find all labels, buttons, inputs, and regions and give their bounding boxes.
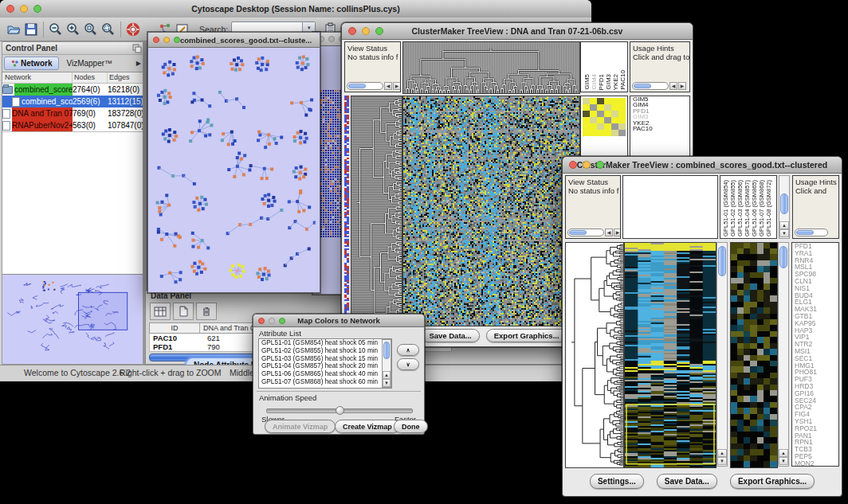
zoom-button[interactable] <box>375 27 383 35</box>
tv1-similarity-matrix[interactable] <box>583 98 626 136</box>
column-label[interactable]: GPL51-02 (GSM855) <box>730 180 736 236</box>
minimize-button[interactable] <box>163 37 170 43</box>
network-table-row[interactable]: DNA and Tran 07 769(0) 183728(0) <box>2 107 143 119</box>
tv1-selection-strip[interactable] <box>344 96 349 325</box>
treeview-action-button[interactable]: Save Data... <box>421 329 479 342</box>
scroll-up-icon[interactable]: ▲ <box>383 371 391 379</box>
attribute-item[interactable]: GPL51-01 (GSM854) heat shock 05 min <box>259 339 391 347</box>
zoom-button[interactable] <box>33 5 41 13</box>
create-vizmap-button[interactable]: Create Vizmap <box>335 420 400 433</box>
minimize-button[interactable] <box>583 161 591 169</box>
attribute-item[interactable]: GPL51-07 (GSM868) heat shock 60 min <box>259 378 391 386</box>
tv1-column-dendrogram[interactable] <box>402 41 580 94</box>
tv2-zoom-scrollbar[interactable]: ▲▼ <box>778 242 789 467</box>
scroll-right-icon[interactable]: ▶ <box>678 82 686 90</box>
zoom-button[interactable] <box>174 37 180 43</box>
animation-speed-slider[interactable] <box>266 408 413 413</box>
tv2-zoom-heatmap[interactable] <box>730 242 778 468</box>
scroll-left-icon[interactable]: ◀ <box>605 229 613 236</box>
hscrollbar[interactable] <box>632 82 669 90</box>
column-label[interactable]: GPL51-08 (GSM872) <box>766 180 772 236</box>
zoom-in-icon[interactable] <box>65 21 82 38</box>
attribute-listbox[interactable]: GPL51-01 (GSM854) heat shock 05 minGPL51… <box>258 338 392 389</box>
tv2-heatmap[interactable] <box>624 242 716 468</box>
scroll-up-icon[interactable]: ▲ <box>779 449 788 457</box>
slider-thumb[interactable] <box>336 406 344 415</box>
tab-network[interactable]: Network <box>4 57 59 70</box>
scroll-right-icon[interactable]: ▶ <box>614 229 621 236</box>
zoom-out-icon[interactable] <box>47 21 65 38</box>
column-label[interactable]: GPL51-07 (GSM868) <box>759 180 765 236</box>
treeview1-titlebar[interactable]: ClusterMaker TreeView : DNA and Tran 07-… <box>342 23 693 40</box>
done-button[interactable]: Done <box>394 420 428 433</box>
save-icon[interactable] <box>22 21 40 38</box>
scroll-up-icon[interactable]: ▲ <box>717 449 727 457</box>
listbox-scrollbar[interactable]: ▲▼ <box>382 339 391 388</box>
tab-overflow-arrow-icon[interactable]: ▶ <box>136 60 141 67</box>
attribute-item[interactable]: GPL51-02 (GSM855) heat shock 10 min <box>259 347 391 355</box>
scroll-down-icon[interactable]: ▼ <box>383 379 391 387</box>
hscrollbar[interactable] <box>347 82 383 90</box>
help-lifering-icon[interactable] <box>124 21 142 38</box>
vscroll-thumb[interactable] <box>779 246 787 268</box>
dialog-titlebar[interactable]: Map Colors to Network <box>253 315 424 327</box>
hscroll-thumb[interactable] <box>348 84 366 88</box>
network-table-row[interactable]: RNAPuberNov2+ 563(0) 107847(0) <box>2 119 143 131</box>
treeview-action-button[interactable]: Export Graphics... <box>486 329 567 342</box>
column-label[interactable]: GIM3 <box>606 74 612 90</box>
tv2-row-dendrogram[interactable] <box>565 242 624 468</box>
tv1-row-dendrogram[interactable] <box>351 96 402 326</box>
close-button[interactable] <box>153 37 159 43</box>
move-up-button[interactable]: ∧ <box>397 344 419 356</box>
column-label[interactable]: GPL51-04 (GSM857) <box>744 180 751 236</box>
attribute-item[interactable]: GPL51-06 (GSM865) heat shock 40 min <box>259 370 391 378</box>
zoom-fit-icon[interactable] <box>82 21 100 38</box>
column-label[interactable]: PFD1 <box>599 74 605 90</box>
column-label[interactable]: GPL51-06 (GSM865) <box>752 180 758 236</box>
network-table-row[interactable]: combined_scores 2764(0) 16218(0) <box>2 84 143 96</box>
network-table-row[interactable]: combined_sco 2569(6) 13112(15) <box>2 96 143 107</box>
scroll-down-icon[interactable]: ▼ <box>779 229 789 237</box>
minimize-button[interactable] <box>362 27 370 35</box>
row-label[interactable]: PAC10 <box>630 126 689 131</box>
new-attribute-icon[interactable] <box>173 303 194 320</box>
col-header-nodes[interactable]: Nodes <box>73 72 108 83</box>
zoom-button[interactable] <box>596 161 604 169</box>
attribute-item[interactable]: GPL51-03 (GSM856) heat shock 15 min <box>259 355 391 363</box>
main-titlebar[interactable]: Cytoscape Desktop (Session Name: collins… <box>0 0 591 18</box>
column-label[interactable]: PAC10 <box>620 70 626 90</box>
treeview-action-button[interactable]: Save Data... <box>657 474 717 489</box>
scroll-down-icon[interactable]: ▼ <box>779 457 788 465</box>
vscroll-thumb[interactable] <box>718 246 726 276</box>
hscroll-thumb[interactable] <box>569 230 587 235</box>
attribute-item[interactable]: GPL51-04 (GSM857) heat shock 20 min <box>259 362 391 370</box>
tv2-collabel-scrollbar[interactable]: ▲▼ <box>779 175 790 239</box>
move-down-button[interactable]: ∨ <box>397 358 419 370</box>
close-button[interactable] <box>258 318 265 324</box>
column-label[interactable]: YKE2 <box>613 74 619 90</box>
tv1-heatmap[interactable] <box>402 96 580 326</box>
minimize-button[interactable] <box>328 36 335 42</box>
zoom-selected-icon[interactable] <box>100 21 117 38</box>
tv2-heatmap-scrollbar[interactable]: ▲▼ <box>716 242 728 467</box>
network-view-titlebar[interactable]: combined_scores_good.txt--cluste... <box>148 33 320 48</box>
column-label[interactable]: GIM4 <box>591 74 598 90</box>
hscroll-thumb[interactable] <box>634 84 651 88</box>
scroll-left-icon[interactable]: ◀ <box>384 82 392 90</box>
column-label[interactable]: GIM5 <box>584 74 591 90</box>
treeview-action-button[interactable]: Export Graphics... <box>730 474 815 489</box>
scroll-right-icon[interactable]: ▶ <box>393 82 401 90</box>
network-overview-panel[interactable] <box>2 274 143 364</box>
data-col-id[interactable]: ID <box>150 323 200 333</box>
minimize-button[interactable] <box>20 5 28 13</box>
scroll-left-icon[interactable]: ◀ <box>669 82 677 90</box>
treeview-action-button[interactable]: Settings... <box>590 474 644 489</box>
tv2-column-dendrogram-space[interactable] <box>622 175 718 239</box>
zoom-button[interactable] <box>279 318 285 324</box>
col-header-network[interactable]: Network <box>2 72 73 83</box>
vscroll-thumb[interactable] <box>780 193 788 214</box>
animate-vizmap-button[interactable]: Animate Vizmap <box>265 420 336 433</box>
delete-attribute-icon[interactable] <box>196 303 217 320</box>
float-panel-icon[interactable] <box>132 44 143 53</box>
treeview2-titlebar[interactable]: ClusterMaker TreeView : combined_scores_… <box>563 157 842 174</box>
